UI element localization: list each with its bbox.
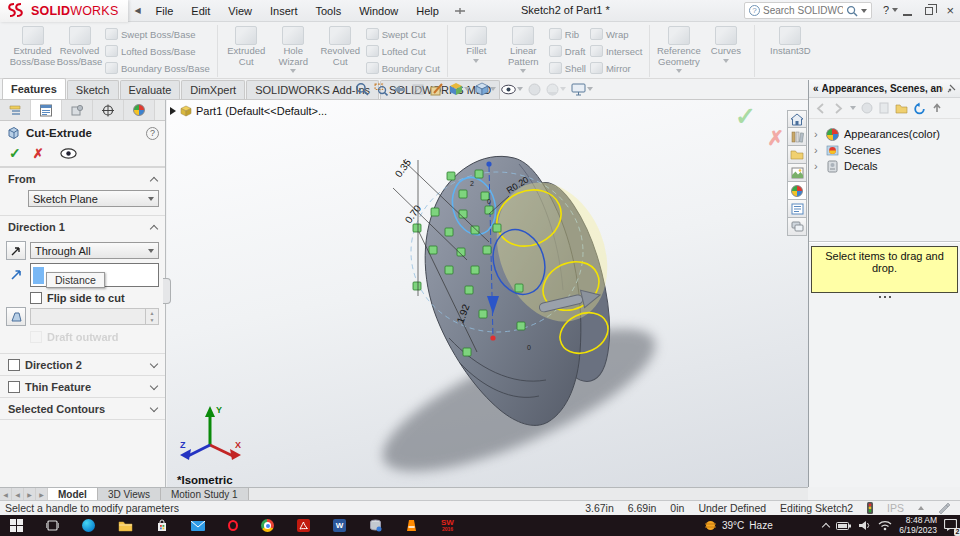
mirror-button[interactable]: Mirror — [590, 62, 642, 74]
end-condition-dropdown[interactable]: Through All — [30, 242, 159, 259]
menu-view[interactable]: View — [219, 5, 261, 17]
from-section-header[interactable]: From — [0, 168, 165, 189]
opera-icon[interactable] — [228, 520, 238, 531]
action-center-icon[interactable]: 2 — [944, 519, 957, 533]
revolved-cut-button[interactable]: Revolved Cut — [317, 25, 364, 67]
thin-feature-section-header[interactable]: Thin Feature — [0, 376, 165, 397]
menu-window[interactable]: Window — [350, 5, 407, 17]
dimxpert-manager-tab[interactable] — [93, 100, 124, 120]
clock[interactable]: 8:48 AM 6/19/2023 — [899, 516, 937, 535]
draft-button[interactable]: Draft — [549, 45, 586, 57]
expander-icon[interactable]: › — [814, 129, 821, 139]
breadcrumb-text[interactable]: Part1 (Default<<Default>... — [196, 105, 327, 117]
direction2-checkbox[interactable] — [8, 359, 20, 371]
reference-geometry-button[interactable]: Reference Geometry — [655, 25, 702, 73]
draft-angle-input[interactable]: ▲▼ — [30, 308, 159, 325]
boundary-boss-base-button[interactable]: Boundary Boss/Base — [105, 62, 210, 74]
feature-manager-tab[interactable] — [0, 100, 31, 120]
vlc-icon[interactable] — [405, 519, 418, 532]
cancel-button[interactable]: ✗ — [33, 146, 44, 161]
dimension-label[interactable]: 0.70 — [403, 203, 424, 226]
search-options-caret[interactable] — [861, 9, 867, 13]
quick-tips-icon[interactable] — [938, 503, 951, 514]
acrobat-icon[interactable] — [297, 519, 310, 532]
confirm-cancel-icon[interactable]: ✗ — [767, 126, 784, 150]
property-manager-tab[interactable] — [31, 100, 62, 120]
configuration-manager-tab[interactable] — [62, 100, 93, 120]
model-viewport[interactable]: 2 0 0 0.35 0.70 1.92 R0.20 — [167, 100, 808, 487]
from-dropdown[interactable]: Sketch Plane — [28, 190, 159, 207]
shell-button[interactable]: Shell — [549, 62, 586, 74]
instant3d-button[interactable]: Instant3D — [760, 25, 820, 57]
rib-button[interactable]: Rib — [549, 28, 586, 40]
expander-icon[interactable]: › — [814, 145, 821, 155]
unit-system[interactable]: IPS — [887, 502, 904, 514]
history-caret[interactable] — [850, 106, 856, 110]
expander-icon[interactable]: › — [814, 161, 821, 171]
pane-splitter[interactable] — [879, 296, 891, 298]
3d-views-tab[interactable]: 3D Views — [98, 488, 161, 500]
tree-item-scenes[interactable]: › Scenes — [811, 142, 958, 158]
up-directory-icon[interactable] — [931, 102, 943, 114]
menu-help[interactable]: Help — [407, 5, 448, 17]
design-library-icon[interactable] — [787, 128, 807, 146]
dimension-label[interactable]: 0.35 — [393, 157, 414, 180]
edge-icon[interactable] — [82, 519, 95, 532]
collapse-pane-icon[interactable]: « — [813, 83, 819, 94]
minimize-button[interactable] — [903, 14, 912, 16]
refresh-icon[interactable] — [913, 102, 926, 115]
previous-view-icon[interactable] — [393, 83, 407, 96]
menu-pin-icon[interactable] — [454, 6, 466, 16]
model-tab[interactable]: Model — [48, 488, 98, 500]
tree-item-decals[interactable]: › Decals — [811, 158, 958, 174]
panel-splitter-handle[interactable] — [163, 278, 171, 304]
tab-sketch[interactable]: Sketch — [67, 80, 119, 99]
help-menu-button[interactable]: ? — [883, 4, 898, 16]
section-view-icon[interactable] — [412, 83, 425, 96]
menu-tools[interactable]: Tools — [306, 5, 350, 17]
extruded-boss-base-button[interactable]: Extruded Boss/Base — [9, 25, 56, 67]
linear-pattern-button[interactable]: Linear Pattern — [500, 25, 547, 73]
battery-icon[interactable] — [836, 522, 851, 530]
curves-button[interactable]: Curves — [702, 25, 749, 63]
file-explorer-taskbar-icon[interactable] — [118, 520, 133, 532]
selected-contours-header[interactable]: Selected Contours — [0, 398, 165, 419]
unit-caret[interactable] — [918, 506, 924, 510]
paste-icon[interactable] — [878, 102, 890, 114]
tab-dimxpert[interactable]: DimXpert — [181, 80, 245, 99]
boundary-cut-button[interactable]: Boundary Cut — [366, 62, 440, 74]
forum-icon[interactable] — [787, 218, 807, 236]
3d-drawing-view-icon[interactable] — [430, 83, 444, 96]
confirm-ok-icon[interactable]: ✓ — [735, 102, 756, 131]
intersect-button[interactable]: Intersect — [590, 45, 642, 57]
hide-show-items-icon[interactable] — [501, 84, 523, 95]
fillet-button[interactable]: Fillet — [453, 25, 500, 63]
display-style-icon[interactable] — [475, 82, 496, 96]
custom-properties-icon[interactable] — [787, 200, 807, 218]
zoom-area-icon[interactable] — [374, 82, 388, 96]
start-button-icon[interactable] — [10, 519, 23, 532]
forward-icon[interactable] — [832, 102, 845, 115]
display-manager-tab[interactable] — [124, 100, 155, 120]
pin-icon[interactable] — [946, 84, 956, 94]
extruded-cut-button[interactable]: Extruded Cut — [223, 25, 270, 67]
menu-collapse-icon[interactable]: ◀ — [128, 6, 146, 15]
wifi-icon[interactable] — [878, 520, 892, 531]
ok-button[interactable]: ✓ — [9, 145, 21, 161]
direction2-section-header[interactable]: Direction 2 — [0, 354, 165, 375]
edit-appearance-icon[interactable] — [528, 83, 541, 96]
menu-edit[interactable]: Edit — [182, 5, 219, 17]
reverse-direction-button[interactable] — [6, 241, 26, 260]
wrap-button[interactable]: Wrap — [590, 28, 642, 40]
mail-icon[interactable] — [191, 521, 205, 531]
tab-features[interactable]: Features — [2, 78, 66, 99]
revolved-boss-base-button[interactable]: Revolved Boss/Base — [56, 25, 103, 67]
first-tab-button[interactable]: ◀ — [0, 488, 12, 500]
pm-help-icon[interactable]: ? — [146, 127, 159, 140]
close-button[interactable]: × — [946, 6, 954, 16]
search-icon[interactable] — [846, 5, 858, 17]
thin-feature-checkbox[interactable] — [8, 381, 20, 393]
restore-button[interactable] — [925, 7, 933, 15]
lofted-boss-base-button[interactable]: Lofted Boss/Base — [105, 45, 210, 57]
apply-scene-icon[interactable] — [546, 83, 566, 96]
